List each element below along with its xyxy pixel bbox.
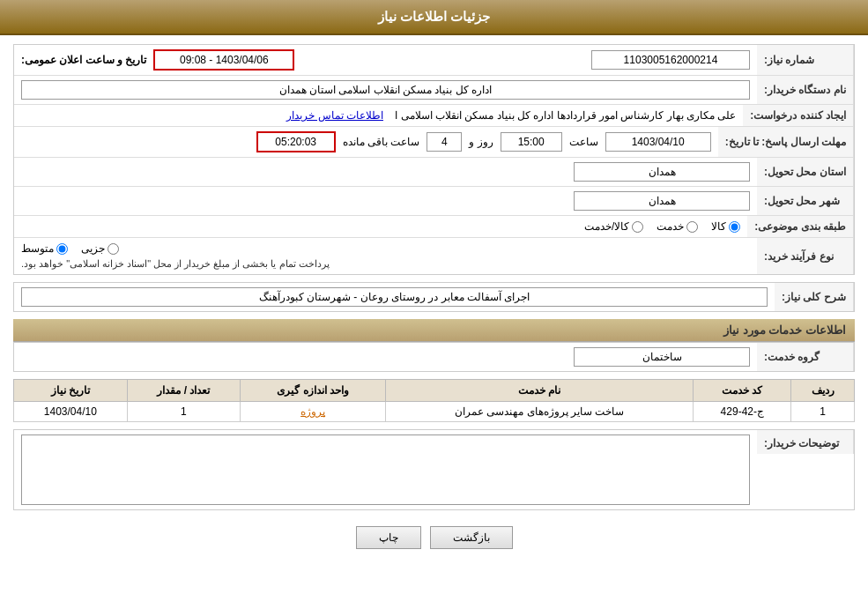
buyer-org-value: اداره کل بنیاد مسکن انقلاب اسلامی استان … — [14, 76, 757, 104]
service-group-row: گروه خدمت: ساختمان — [14, 343, 854, 371]
col-row: ردیف — [791, 380, 855, 402]
city-row: شهر محل تحویل: همدان — [14, 187, 854, 216]
description-section: شرح کلی نیاز: اجرای آسفالت معابر در روست… — [13, 282, 855, 312]
category-service-option[interactable]: خدمت — [657, 220, 698, 233]
back-button[interactable]: بازگشت — [430, 526, 513, 549]
province-input: همدان — [574, 162, 750, 182]
deadline-days-input: 4 — [427, 132, 462, 152]
remaining-time-input: 05:20:03 — [256, 131, 336, 152]
cell-name: ساخت سایر پروژه‌های مهندسی عمران — [385, 402, 693, 422]
cell-row: 1 — [791, 402, 855, 422]
province-label: استان محل تحویل: — [757, 158, 854, 186]
need-number-label: شماره نیاز: — [757, 45, 854, 75]
services-section-title: اطلاعات خدمات مورد نیاز — [13, 319, 855, 342]
footer-buttons: بازگشت چاپ — [13, 517, 855, 558]
purchase-medium-option[interactable]: متوسط — [21, 242, 68, 255]
description-input: اجرای آسفالت معابر در روستای روعان - شهر… — [21, 287, 768, 307]
requester-row: ایجاد کننده درخواست: علی مکاری بهار کارش… — [14, 105, 854, 127]
category-kala-option[interactable]: کالا — [711, 220, 740, 233]
buyer-org-row: نام دستگاه خریدار: اداره کل بنیاد مسکن ا… — [14, 76, 854, 105]
col-code: کد خدمت — [694, 380, 791, 402]
need-number-row: شماره نیاز: 1103005162000214 1403/04/06 … — [14, 45, 854, 76]
purchase-type-label: نوع فرآیند خرید: — [757, 238, 854, 274]
col-quantity: تعداد / مقدار — [127, 380, 241, 402]
buyer-notes-section: توضیحات خریدار: — [13, 429, 855, 510]
service-group-value: ساختمان — [14, 343, 757, 371]
requester-name: علی مکاری بهار کارشناس امور قراردادها اد… — [395, 109, 736, 122]
description-value: اجرای آسفالت معابر در روستای روعان - شهر… — [14, 283, 775, 311]
page-wrapper: جزئیات اطلاعات نیاز شماره نیاز: 11030051… — [0, 0, 868, 609]
description-label: شرح کلی نیاز: — [775, 283, 854, 311]
need-number-value: 1103005162000214 1403/04/06 - 09:08 تاری… — [14, 45, 757, 75]
contact-link[interactable]: اطلاعات تماس خریدار — [286, 109, 383, 122]
purchase-type-value: جزیی متوسط پرداخت تمام یا بخشی از مبلغ خ… — [14, 238, 757, 274]
category-row: طبقه بندی موضوعی: کالا خدمت — [14, 216, 854, 238]
buyer-notes-textarea[interactable] — [21, 434, 750, 505]
deadline-time-input: 15:00 — [501, 132, 562, 152]
category-label: طبقه بندی موضوعی: — [747, 216, 854, 237]
main-form: شماره نیاز: 1103005162000214 1403/04/06 … — [13, 44, 855, 275]
deadline-time-label: ساعت — [569, 136, 598, 148]
category-both-option[interactable]: کالا/خدمت — [584, 220, 643, 233]
page-title: جزئیات اطلاعات نیاز — [378, 9, 490, 24]
buyer-notes-label: توضیحات خریدار: — [757, 430, 854, 454]
buyer-notes-value — [14, 430, 757, 509]
cell-code: ج-42-429 — [694, 402, 791, 422]
deadline-row: مهلت ارسال پاسخ: تا تاریخ: 1403/04/10 سا… — [14, 127, 854, 158]
category-radio-group: کالا خدمت کالا/خدمت — [584, 220, 740, 233]
city-input: همدان — [574, 191, 750, 211]
buyer-notes-row: توضیحات خریدار: — [14, 430, 854, 509]
city-label: شهر محل تحویل: — [757, 187, 854, 215]
page-header: جزئیات اطلاعات نیاز — [0, 0, 868, 35]
purchase-partial-option[interactable]: جزیی — [81, 242, 119, 255]
purchase-radio-group: جزیی متوسط — [21, 242, 119, 255]
deadline-days-label: روز و — [469, 136, 493, 148]
requester-label: ایجاد کننده درخواست: — [743, 105, 854, 126]
timer-row: 1403/04/10 ساعت 15:00 روز و 4 ساعت باقی … — [256, 131, 711, 152]
col-unit: واحد اندازه گیری — [241, 380, 386, 402]
service-group-input: ساختمان — [574, 347, 750, 367]
cell-quantity: 1 — [127, 402, 241, 422]
city-value: همدان — [14, 187, 757, 215]
buyer-org-label: نام دستگاه خریدار: — [757, 76, 854, 104]
service-group-label: گروه خدمت: — [757, 343, 854, 371]
purchase-type-row: نوع فرآیند خرید: جزیی متوسط پرداخت تمام … — [14, 238, 854, 274]
cell-unit: پروژه — [241, 402, 386, 422]
cell-date: 1403/04/10 — [14, 402, 128, 422]
table-row: 1 ج-42-429 ساخت سایر پروژه‌های مهندسی عم… — [14, 402, 855, 422]
deadline-date-input: 1403/04/10 — [605, 132, 711, 152]
col-name: نام خدمت — [385, 380, 693, 402]
service-group-section: گروه خدمت: ساختمان — [13, 342, 855, 372]
province-row: استان محل تحویل: همدان — [14, 158, 854, 187]
services-table: ردیف کد خدمت نام خدمت واحد اندازه گیری ت… — [13, 379, 855, 422]
content-area: شماره نیاز: 1103005162000214 1403/04/06 … — [0, 35, 868, 567]
deadline-value: 1403/04/10 ساعت 15:00 روز و 4 ساعت باقی … — [14, 127, 718, 157]
announce-date-label: تاریخ و ساعت اعلان عمومی: — [21, 54, 146, 66]
need-number-input: 1103005162000214 — [591, 50, 750, 70]
purchase-note: پرداخت تمام یا بخشی از مبلغ خریدار از مح… — [21, 258, 330, 270]
description-row: شرح کلی نیاز: اجرای آسفالت معابر در روست… — [14, 283, 854, 311]
services-table-section: ردیف کد خدمت نام خدمت واحد اندازه گیری ت… — [13, 379, 855, 422]
print-button[interactable]: چاپ — [356, 526, 421, 549]
announce-date-input: 1403/04/06 - 09:08 — [153, 49, 294, 71]
col-date: تاریخ نیاز — [14, 380, 128, 402]
remaining-label: ساعت باقی مانده — [343, 136, 420, 148]
category-value: کالا خدمت کالا/خدمت — [14, 216, 747, 237]
province-value: همدان — [14, 158, 757, 186]
buyer-org-input: اداره کل بنیاد مسکن انقلاب اسلامی استان … — [21, 80, 750, 100]
requester-value: علی مکاری بهار کارشناس امور قراردادها اد… — [14, 105, 743, 126]
deadline-label: مهلت ارسال پاسخ: تا تاریخ: — [718, 127, 854, 157]
